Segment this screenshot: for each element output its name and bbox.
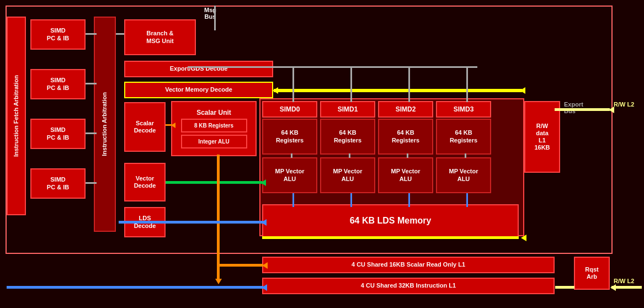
- fetch-simd4-arrow: [86, 182, 97, 184]
- simd2-registers: 64 KB Registers: [378, 119, 433, 155]
- fetch-simd1-arrow: [86, 33, 97, 35]
- simd-pc-ib-1: SIMD PC & IB: [30, 19, 86, 50]
- blue-arrow-lds: [119, 221, 263, 224]
- blue-vert-simd0: [292, 193, 294, 207]
- simd1-alu: MP Vector ALU: [320, 157, 375, 193]
- simd3-reg-alu-arrow: [465, 153, 466, 158]
- scalar-unit-block: Scalar Unit 8 KB Registers Integer ALU: [171, 101, 257, 156]
- simd1-registers: 64 KB Registers: [320, 119, 375, 155]
- integer-alu-block: Integer ALU: [181, 135, 247, 148]
- rqst-arb-block: Rqst Arb: [574, 257, 610, 290]
- simd0-alu: MP Vector ALU: [262, 157, 317, 193]
- simd3-registers: 64 KB Registers: [436, 119, 491, 155]
- scalar-unit-label: Scalar Unit: [196, 109, 231, 116]
- branch-msg-block: Branch & MSG Unit: [124, 19, 196, 55]
- gray-arrow-simd0: [292, 66, 294, 102]
- blue-arrow-head: [261, 219, 267, 226]
- simd2-alu: MP Vector ALU: [378, 157, 433, 193]
- export-bus-label: Export Bus: [564, 101, 583, 114]
- arb-branch-arrow: [116, 33, 124, 35]
- simd3-header: SIMD3: [436, 101, 491, 118]
- simd1-reg-alu-arrow: [349, 153, 350, 158]
- rw-l2-top-label: R/W L2: [614, 101, 634, 108]
- simd0-registers: 64 KB Registers: [262, 119, 317, 155]
- simd1-header: SIMD1: [320, 101, 375, 118]
- yellow-lds-line: [262, 236, 519, 239]
- teal-spacer: [166, 190, 167, 192]
- rw-data-l1-block: R/W data L1 16KB: [524, 101, 560, 173]
- simd-pc-ib-2: SIMD PC & IB: [30, 69, 86, 99]
- scalar-l1-block: 4 CU Shared 16KB Scalar Read Only L1: [262, 257, 555, 273]
- simd-pc-ib-3: SIMD PC & IB: [30, 119, 86, 149]
- architecture-diagram: Instruction Fetch Arbitration SIMD PC & …: [0, 0, 644, 308]
- rw-l2-bottom-head: [610, 284, 616, 291]
- simd2-header: SIMD2: [378, 101, 433, 118]
- simd3-alu: MP Vector ALU: [436, 157, 491, 193]
- rw-l2-bottom-label: R/W L2: [614, 278, 634, 284]
- gray-arrow-simd3: [466, 66, 468, 102]
- simd2-reg-alu-arrow: [407, 153, 408, 158]
- instruction-l1-head: [262, 284, 267, 291]
- yellow-lds-head: [521, 235, 526, 241]
- blue-vert-simd3: [466, 193, 468, 207]
- instruction-arb-block: Instruction Arbitration: [94, 17, 116, 232]
- instruction-l1-block: 4 CU Shared 32KB Instruction L1: [262, 278, 555, 294]
- fetch-simd3-arrow: [86, 132, 97, 134]
- orange-arrow-vertical: [217, 155, 220, 282]
- instruction-fetch-block: Instruction Fetch Arbitration: [7, 17, 26, 215]
- rw-l2-bottom-arrow-right: [611, 286, 642, 289]
- rw-l2-bottom-arrow-left: [555, 286, 574, 289]
- rw-l2-top-head: [609, 107, 614, 113]
- vector-memory-arrow: [274, 89, 522, 92]
- green-arrow-head: [260, 179, 266, 186]
- simd0-reg-alu-arrow: [291, 153, 292, 158]
- vector-decode-block: Vector Decode: [124, 163, 166, 201]
- blue-vert-simd2: [408, 193, 410, 207]
- gray-top-bar: [188, 66, 477, 68]
- green-arrow: [166, 181, 262, 184]
- yellow-arrow-left: [273, 87, 278, 94]
- lds-memory-block: 64 KB LDS Memory: [262, 204, 519, 237]
- orange-arrow-scalar-head: [262, 262, 268, 269]
- gray-arrow-simd1: [350, 66, 352, 102]
- fetch-simd2-arrow: [86, 83, 97, 84]
- instruction-l1-left-arrow: [7, 286, 263, 289]
- vector-memory-decode-block: Vector Memory Decode: [124, 82, 273, 98]
- scalar-registers-block: 8 KB Registers: [181, 119, 247, 132]
- orange-arrow-to-scalar: [217, 264, 263, 267]
- orange-arrow-head-down: [215, 279, 222, 284]
- scalar-decode-block: Scalar Decode: [124, 102, 166, 152]
- gray-arrow-simd2: [408, 66, 410, 102]
- simd0-header: SIMD0: [262, 101, 317, 118]
- rw-l2-top-arrow: [555, 108, 610, 111]
- scalar-to-unit-head: [171, 123, 175, 128]
- yellow-arrow-right: [520, 87, 525, 94]
- export-gds-block: Export/GDS Decode: [124, 61, 273, 77]
- simd-pc-ib-4: SIMD PC & IB: [30, 168, 86, 199]
- blue-vert-simd1: [350, 193, 352, 207]
- msg-bus-line: [214, 6, 216, 30]
